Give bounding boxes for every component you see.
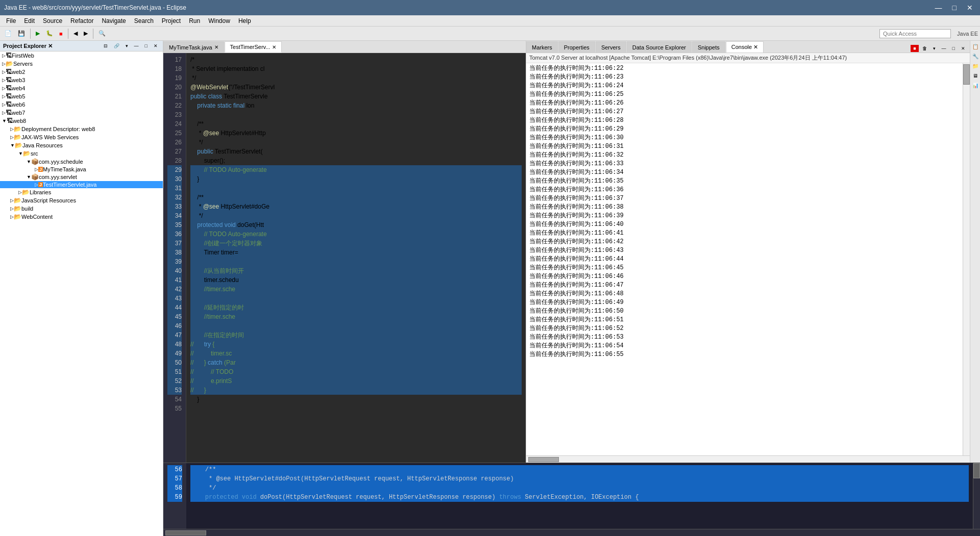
menu-window[interactable]: Window (204, 16, 234, 25)
tree-item-mytimetask-java[interactable]: ▷ J MyTimeTask.java (0, 166, 163, 173)
quick-access-input[interactable] (879, 29, 951, 38)
console-title: Tomcat v7.0 Server at localhost [Apache … (529, 54, 847, 62)
tree-item-libraries[interactable]: ▷ 📂 Libraries (0, 188, 163, 196)
right-icon-5[interactable]: 📊 (971, 82, 979, 89)
console-scrollbar[interactable] (963, 63, 970, 455)
sidebar-maximize-button[interactable]: □ (143, 42, 150, 49)
toolbar-separator-2 (68, 29, 68, 39)
menu-file[interactable]: File (2, 16, 20, 25)
sidebar-minimize-button[interactable]: — (132, 42, 141, 49)
close-tab-testtimer[interactable]: ✕ (272, 44, 276, 50)
right-icon-bar: 📋 🔧 📁 🖥 📊 (970, 41, 980, 463)
scrollbar-thumb[interactable] (963, 64, 970, 85)
sidebar-actions: ⊟ 🔗 ▾ — □ ✕ (102, 42, 160, 49)
right-icon-1[interactable]: 📋 (971, 43, 979, 50)
quick-access-bar: Java EE (879, 29, 978, 38)
save-button[interactable]: 💾 (15, 29, 28, 38)
h-scrollbar-thumb[interactable] (528, 457, 559, 462)
collapse-all-button[interactable]: ⊟ (102, 42, 110, 49)
sidebar-header: Project Explorer ✕ ⊟ 🔗 ▾ — □ ✕ (0, 41, 163, 52)
sidebar-title: Project Explorer ✕ (3, 43, 53, 49)
tree-item-src[interactable]: ▼ 📂 src (0, 149, 163, 158)
tree-item-web6[interactable]: ▷ 🏗 web6 (0, 100, 163, 109)
right-panel: Markers Properties Servers Data Source E… (526, 41, 970, 463)
menu-search[interactable]: Search (130, 16, 158, 25)
new-button[interactable]: 📄 (2, 29, 14, 38)
console-minimize-button[interactable]: — (939, 44, 949, 53)
menu-run[interactable]: Run (185, 16, 204, 25)
tree-item-web7[interactable]: ▷ 🏗 web7 (0, 109, 163, 117)
stop-button[interactable]: ■ (57, 29, 65, 38)
content-area: Project Explorer ✕ ⊟ 🔗 ▾ — □ ✕ ▷ 🏗 First… (0, 41, 980, 536)
minimize-button[interactable]: — (932, 3, 945, 13)
console-maximize-button[interactable]: □ (950, 44, 958, 53)
tab-testtimer[interactable]: TestTimerServ... ✕ (225, 41, 282, 53)
tree-item-javascript-resources[interactable]: ▷ 📂 JavaScript Resources (0, 196, 163, 205)
menu-refactor[interactable]: Refactor (66, 16, 97, 25)
tree-item-java-resources[interactable]: ▼ 📂 Java Resources (0, 141, 163, 149)
menu-source[interactable]: Source (39, 16, 66, 25)
sidebar-close-button[interactable]: ✕ (152, 42, 160, 49)
toolbar-separator-3 (93, 29, 93, 39)
tree-item-web2[interactable]: ▷ 🏗 web2 (0, 68, 163, 76)
tree-item-deployment-descriptor--web8[interactable]: ▷ 📂 Deployment Descriptor: web8 (0, 125, 163, 133)
menu-navigate[interactable]: Navigate (97, 16, 130, 25)
tree-item-com-yyy-schedule[interactable]: ▼ 📦 com.yyy.schedule (0, 158, 163, 166)
code-editor-content[interactable]: /* * Servlet implementation cl */@WebSer… (186, 53, 526, 463)
main-layout: Project Explorer ✕ ⊟ 🔗 ▾ — □ ✕ ▷ 🏗 First… (0, 41, 980, 536)
console-header: Tomcat v7.0 Server at localhost [Apache … (526, 53, 970, 63)
sidebar-menu-button[interactable]: ▾ (124, 42, 130, 49)
tab-snippets[interactable]: Snippets (692, 41, 725, 53)
close-tab-mytimetask[interactable]: ✕ (214, 44, 218, 50)
right-icon-2[interactable]: 🔧 (971, 53, 979, 60)
sidebar-tree: ▷ 🏗 FirstWeb▷ 📂 Servers▷ 🏗 web2▷ 🏗 web3▷… (0, 52, 163, 536)
tree-item-build[interactable]: ▷ 📂 build (0, 205, 163, 213)
tree-item-web3[interactable]: ▷ 🏗 web3 (0, 76, 163, 84)
tree-item-jax-ws-web-services[interactable]: ▷ 📂 JAX-WS Web Services (0, 133, 163, 141)
tree-item-testtimerservlet-java[interactable]: ▷ J TestTimerServlet.java (0, 181, 163, 188)
tree-item-servers[interactable]: ▷ 📂 Servers (0, 60, 163, 68)
tree-item-web5[interactable]: ▷ 🏗 web5 (0, 92, 163, 100)
console-menu-button[interactable]: ▾ (930, 44, 938, 53)
editor-hscrollbar[interactable] (163, 529, 980, 536)
console-clear-button[interactable]: 🗑 (920, 44, 929, 53)
menu-help[interactable]: Help (234, 16, 255, 25)
line-numbers: 1718192021222324252627282930313233343536… (163, 53, 186, 463)
tree-item-webcontent[interactable]: ▷ 📂 WebContent (0, 213, 163, 221)
editor-hscroll-thumb[interactable] (165, 530, 206, 535)
menu-project[interactable]: Project (158, 16, 185, 25)
close-button[interactable]: ✕ (964, 3, 976, 13)
window-controls: — □ ✕ (932, 3, 976, 13)
console-close-button[interactable]: ✕ (959, 44, 968, 53)
tree-item-web4[interactable]: ▷ 🏗 web4 (0, 84, 163, 92)
link-editor-button[interactable]: 🔗 (112, 42, 121, 49)
tree-item-web8[interactable]: ▼ 🏗 web8 (0, 117, 163, 125)
editor-vscrollbar[interactable] (973, 463, 980, 529)
toolbar-separator-1 (30, 29, 31, 39)
tree-item-com-yyy-servlet[interactable]: ▼ 📦 com.yyy.servlet (0, 173, 163, 181)
tree-item-firstweb[interactable]: ▷ 🏗 FirstWeb (0, 52, 163, 60)
forward-button[interactable]: ▶ (81, 29, 90, 38)
tab-datasource[interactable]: Data Source Explorer (627, 41, 692, 53)
tab-mytimetask[interactable]: MyTimeTask.java ✕ (163, 41, 224, 53)
project-explorer: Project Explorer ✕ ⊟ 🔗 ▾ — □ ✕ ▷ 🏗 First… (0, 41, 163, 536)
perspective-label: Java EE (957, 31, 978, 37)
right-icon-3[interactable]: 📁 (971, 62, 979, 70)
bottom-code-content[interactable]: /** * @see HttpServlet#doPost(HttpServle… (186, 463, 973, 529)
console-stop-button[interactable]: ■ (911, 45, 918, 52)
back-button[interactable]: ◀ (71, 29, 80, 38)
menu-edit[interactable]: Edit (20, 16, 39, 25)
console-hscrollbar[interactable] (526, 455, 970, 463)
right-icon-4[interactable]: 🖥 (972, 72, 979, 80)
tab-markers[interactable]: Markers (526, 41, 558, 53)
tab-servers[interactable]: Servers (596, 41, 626, 53)
debug-button[interactable]: 🐛 (43, 29, 56, 38)
run-button[interactable]: ▶ (33, 29, 42, 38)
search-button[interactable]: 🔍 (96, 29, 108, 38)
tab-properties[interactable]: Properties (558, 41, 595, 53)
maximize-button[interactable]: □ (949, 3, 960, 13)
editor-vscrollbar-thumb[interactable] (973, 463, 980, 478)
tab-console[interactable]: Console ✕ (726, 41, 764, 53)
bottom-code-panel: 56575859 /** * @see HttpServlet#doPost(H… (163, 463, 980, 529)
editor-tab-bar: MyTimeTask.java ✕ TestTimerServ... ✕ (163, 41, 526, 53)
